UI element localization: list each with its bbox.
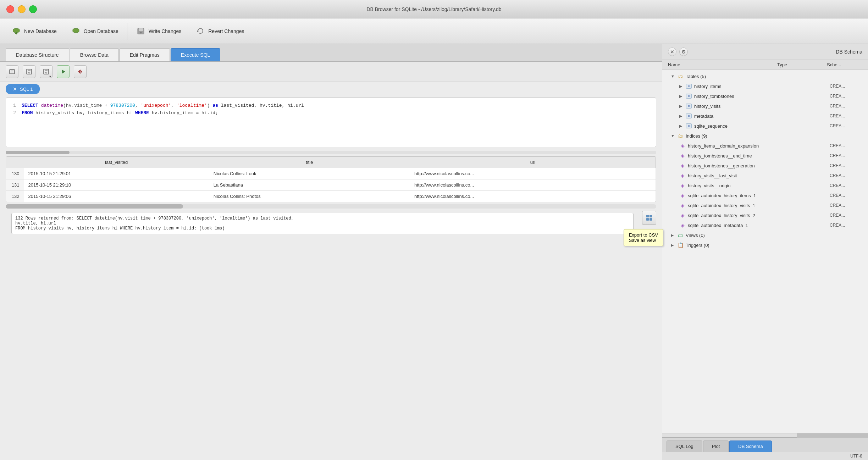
tab-database-structure[interactable]: Database Structure — [6, 48, 69, 61]
tree-item-indices[interactable]: ▼ 🗂 Indices (9) — [662, 131, 868, 141]
tree-item-idx-3[interactable]: ◈ history_tombstones__generation CREA... — [662, 161, 868, 171]
tree-item-idx-9[interactable]: ◈ sqlite_autoindex_metadata_1 CREA... — [662, 220, 868, 230]
table-icon-sqlite-sequence: ≡ — [686, 123, 692, 129]
bottom-tab-plot[interactable]: Plot — [703, 440, 729, 452]
svg-rect-21 — [649, 215, 652, 217]
col-title: title — [209, 157, 410, 168]
export-button[interactable] — [642, 211, 656, 225]
cell-last-visited-1: 2015-10-15 21:29:01 — [24, 168, 209, 179]
tree-item-metadata[interactable]: ▶ ≡ metadata CREA... — [662, 111, 868, 121]
tree-item-idx-7[interactable]: ◈ sqlite_autoindex_history_visits_1 CREA… — [662, 200, 868, 210]
svg-rect-23 — [649, 218, 652, 221]
folder-icon-tables: 🗂 — [677, 73, 684, 79]
export-icon — [645, 214, 653, 222]
svg-rect-12 — [28, 69, 31, 71]
col-url: url — [410, 157, 656, 168]
schema-header: Name Type Sche... — [662, 60, 868, 70]
results-area: last_visited title url 130 2015-10-15 21… — [6, 156, 656, 202]
table-icon-history-items: ≡ — [686, 83, 692, 89]
folder-icon-triggers: 📋 — [677, 242, 684, 248]
export-tooltip-line1: Export to CSV — [629, 232, 658, 238]
open-database-button[interactable]: Open Database — [64, 18, 126, 44]
results-table-wrapper: last_visited title url 130 2015-10-15 21… — [6, 156, 656, 202]
history-items-schema: CREA... — [830, 84, 865, 89]
tree-item-triggers[interactable]: ▶ 📋 Triggers (0) — [662, 240, 868, 250]
sql-stop-button[interactable] — [74, 65, 87, 78]
svg-marker-17 — [62, 70, 65, 74]
code-line-1: 1 SELECT datetime(hv.visit_time + 978307… — [10, 102, 652, 110]
tab-execute-sql[interactable]: Execute SQL — [171, 48, 221, 61]
sql-editor[interactable]: 1 SELECT datetime(hv.visit_time + 978307… — [6, 98, 656, 147]
tab-browse-data[interactable]: Browse Data — [70, 48, 119, 61]
new-database-button[interactable]: New Database — [4, 18, 64, 44]
toolbar-sep-1 — [127, 23, 127, 40]
bottom-tab-db-schema[interactable]: DB Schema — [729, 440, 772, 452]
panel-title: DB Schema — [836, 49, 862, 55]
export-tooltip: Export to CSV Save as view — [624, 229, 663, 246]
sql-tab-close-icon[interactable]: ✕ — [13, 86, 17, 92]
sql-saveas-button[interactable]: ▼ — [40, 65, 52, 78]
sql-run-button[interactable] — [57, 65, 70, 78]
revert-icon — [195, 26, 205, 36]
svg-rect-22 — [646, 218, 649, 221]
editor-scrollbar-thumb — [6, 151, 70, 154]
left-panel: Database Structure Browse Data Edit Prag… — [0, 44, 662, 460]
new-db-icon — [11, 26, 21, 36]
sql-save-button[interactable] — [23, 65, 35, 78]
index-icon-4: ◈ — [679, 172, 686, 179]
encoding-label: UTF-8 — [850, 454, 862, 459]
tab-edit-pragmas[interactable]: Edit Pragmas — [120, 48, 170, 61]
maximize-button[interactable] — [29, 5, 37, 13]
sql-tab-1[interactable]: ✕ SQL 1 — [6, 84, 40, 94]
table-header-row: last_visited title url — [6, 157, 656, 168]
table-scrollbar[interactable] — [6, 204, 656, 209]
svg-rect-15 — [45, 69, 48, 71]
window-title: DB Browser for SQLite - /Users/zilog/Lib… — [366, 6, 501, 12]
close-button[interactable] — [6, 5, 14, 13]
panel-settings-button[interactable]: ⚙ — [679, 48, 688, 56]
tree-item-tables[interactable]: ▼ 🗂 Tables (5) — [662, 71, 868, 81]
write-changes-button[interactable]: Write Changes — [129, 18, 188, 44]
bottom-tab-sql-log[interactable]: SQL Log — [667, 440, 702, 452]
tree-item-views[interactable]: ▶ 🗃 Views (0) — [662, 230, 868, 240]
tree-item-history-items[interactable]: ▶ ≡ history_items CREA... — [662, 81, 868, 91]
svg-rect-20 — [646, 215, 649, 217]
tables-text: Tables (5) — [686, 74, 706, 79]
code-line-2: 2 FROM history_visits hv, history_items … — [10, 110, 652, 117]
svg-rect-8 — [10, 70, 15, 74]
history-items-text: history_items — [694, 84, 722, 89]
panel-controls: ✕ ⚙ — [668, 48, 688, 56]
panel-close-button[interactable]: ✕ — [668, 48, 676, 56]
tree-item-idx-8[interactable]: ◈ sqlite_autoindex_history_visits_2 CREA… — [662, 210, 868, 220]
tree-item-idx-4[interactable]: ◈ history_visits__last_visit CREA... — [662, 171, 868, 181]
panel-scrollbar[interactable] — [662, 433, 868, 437]
table-icon-metadata: ≡ — [686, 113, 692, 119]
editor-scrollbar[interactable] — [6, 151, 656, 154]
window-controls[interactable] — [6, 5, 37, 13]
minimize-button[interactable] — [18, 5, 26, 13]
table-icon-history-tombstones: ≡ — [686, 93, 692, 99]
sql-open-button[interactable] — [6, 65, 18, 78]
cell-url-1: http://www.nicolascollins.co... — [410, 168, 656, 179]
row-num-2: 131 — [6, 179, 24, 191]
open-db-icon — [71, 26, 81, 36]
tree-item-idx-1[interactable]: ◈ history_items__domain_expansion CREA..… — [662, 141, 868, 151]
bottom-area: 132 Rows returned from: SELECT datetime(… — [0, 211, 662, 238]
schema-tree[interactable]: ▼ 🗂 Tables (5) ▶ ≡ history_items CREA... — [662, 70, 868, 433]
tree-item-idx-2[interactable]: ◈ history_tombstones__end_time CREA... — [662, 151, 868, 161]
cell-last-visited-3: 2015-10-15 21:29:06 — [24, 191, 209, 202]
tree-item-idx-5[interactable]: ◈ history_visits__origin CREA... — [662, 181, 868, 190]
col-header-schema: Sche... — [827, 62, 862, 67]
table-row: 131 2015-10-15 21:29:10 La Sebastiana ht… — [6, 179, 656, 191]
export-container: Export to CSV Save as view — [642, 211, 656, 225]
tree-item-idx-6[interactable]: ◈ sqlite_autoindex_history_items_1 CREA.… — [662, 190, 868, 200]
tree-item-history-tombstones[interactable]: ▶ ≡ history_tombstones CREA... — [662, 91, 868, 101]
cell-title-2: La Sebastiana — [209, 179, 410, 191]
expand-arrow-tables: ▼ — [671, 74, 675, 78]
status-text: 132 Rows returned from: SELECT datetime(… — [15, 216, 630, 231]
tab-bar: Database Structure Browse Data Edit Prag… — [0, 44, 662, 62]
tree-item-sqlite-sequence[interactable]: ▶ ≡ sqlite_sequence CREA... — [662, 121, 868, 131]
tree-item-history-visits[interactable]: ▶ ≡ history_visits CREA... — [662, 101, 868, 111]
cell-title-1: Nicolas Collins: Look — [209, 168, 410, 179]
revert-changes-button[interactable]: Revert Changes — [188, 18, 251, 44]
